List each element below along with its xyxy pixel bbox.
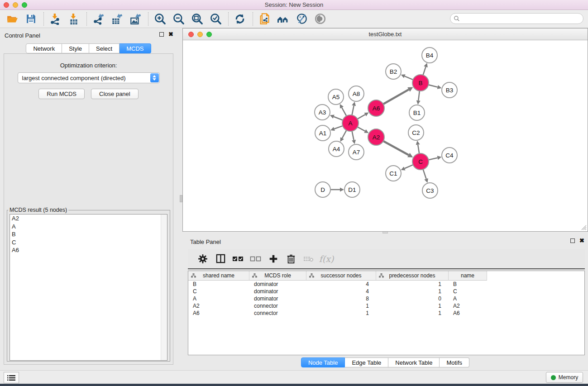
table-float-panel-icon[interactable] bbox=[570, 238, 575, 243]
result-list-item[interactable]: C bbox=[10, 238, 167, 247]
edge-A6-B[interactable] bbox=[383, 90, 409, 104]
close-panel-icon[interactable]: ✖ bbox=[168, 32, 173, 37]
graph-node-B2[interactable]: B2 bbox=[386, 64, 401, 79]
result-list-item[interactable]: A2 bbox=[10, 214, 167, 223]
add-column-button[interactable] bbox=[267, 253, 280, 265]
zoom-in-button[interactable] bbox=[153, 12, 167, 26]
graph-node-A[interactable]: A bbox=[342, 115, 359, 131]
result-list-item[interactable]: A bbox=[10, 223, 167, 231]
edge-C-C3[interactable] bbox=[423, 169, 426, 179]
column-header-successor-nodes[interactable]: successor nodes bbox=[306, 271, 376, 281]
edge-A-A3[interactable] bbox=[334, 117, 343, 120]
graph-node-A1[interactable]: A1 bbox=[315, 125, 330, 141]
edge-B-B1[interactable] bbox=[418, 91, 420, 100]
column-header-name[interactable]: name bbox=[449, 271, 487, 281]
edge-A-A6[interactable] bbox=[358, 114, 365, 119]
graph-node-A8[interactable]: A8 bbox=[349, 86, 364, 101]
delete-column-button[interactable] bbox=[284, 253, 298, 265]
column-header-predecessor-nodes[interactable]: predecessor nodes bbox=[376, 271, 449, 281]
edge-B-B2[interactable] bbox=[405, 76, 413, 80]
graph-node-A3[interactable]: A3 bbox=[315, 105, 330, 120]
network-window-titlebar[interactable]: testGlobe.txt bbox=[183, 29, 588, 40]
edge-C-C4[interactable] bbox=[429, 158, 438, 160]
edge-A-A5[interactable] bbox=[342, 108, 346, 116]
new-network-from-selection-button[interactable] bbox=[258, 12, 271, 26]
graph-node-C4[interactable]: C4 bbox=[442, 148, 457, 163]
result-list-scrollbar[interactable] bbox=[161, 214, 167, 360]
network-overview-button[interactable] bbox=[276, 12, 290, 26]
graph-node-C[interactable]: C bbox=[412, 153, 429, 170]
edge-A-A1[interactable] bbox=[334, 126, 343, 129]
run-mcds-button[interactable]: Run MCDS bbox=[38, 89, 85, 99]
edge-A2-C[interactable] bbox=[383, 141, 409, 155]
table-options-button[interactable] bbox=[196, 253, 210, 265]
export-image-button[interactable] bbox=[129, 12, 142, 26]
graph-node-A5[interactable]: A5 bbox=[328, 89, 344, 105]
export-table-button[interactable] bbox=[110, 12, 124, 26]
edge-C-C2[interactable] bbox=[418, 145, 419, 154]
table-row[interactable]: Bdominator41B bbox=[188, 281, 584, 288]
unselect-all-columns-button[interactable] bbox=[249, 253, 263, 265]
search-input[interactable] bbox=[460, 15, 583, 22]
toolbar-search[interactable] bbox=[450, 13, 583, 24]
open-file-button[interactable] bbox=[5, 12, 19, 26]
table-row[interactable]: Adominator80A bbox=[188, 295, 584, 302]
graph-node-A4[interactable]: A4 bbox=[329, 141, 344, 157]
edge-A-A4[interactable] bbox=[342, 130, 347, 138]
table-close-panel-icon[interactable]: ✖ bbox=[579, 238, 584, 243]
edge-B-B3[interactable] bbox=[428, 85, 437, 87]
graph-node-A6[interactable]: A6 bbox=[368, 100, 384, 116]
task-history-button[interactable] bbox=[4, 372, 19, 383]
network-graph[interactable]: AA1A2A3A4A5A6A7A8BB1B2B3B4CC1C2C3C4DD1 bbox=[183, 41, 588, 232]
edge-B-B4[interactable] bbox=[423, 67, 426, 75]
graph-node-B[interactable]: B bbox=[412, 75, 429, 91]
tab-select[interactable]: Select bbox=[89, 43, 120, 53]
apply-layout-button[interactable] bbox=[233, 12, 247, 26]
show-column-button[interactable] bbox=[214, 253, 227, 265]
edge-A-A7[interactable] bbox=[352, 131, 354, 140]
import-table-button[interactable] bbox=[67, 12, 81, 26]
export-network-button[interactable] bbox=[91, 12, 105, 26]
tab-network-table[interactable]: Network Table bbox=[388, 357, 440, 367]
table-row[interactable]: A6connector11A6 bbox=[188, 310, 584, 317]
graph-node-C2[interactable]: C2 bbox=[408, 125, 424, 140]
import-network-button[interactable] bbox=[48, 12, 62, 26]
graph-node-C3[interactable]: C3 bbox=[422, 183, 438, 198]
graph-node-B3[interactable]: B3 bbox=[442, 82, 457, 98]
graph-node-B4[interactable]: B4 bbox=[422, 48, 437, 63]
edge-A-A8[interactable] bbox=[352, 105, 354, 115]
select-all-columns-button[interactable] bbox=[231, 253, 245, 265]
graph-node-A2[interactable]: A2 bbox=[368, 129, 384, 145]
graph-node-B1[interactable]: B1 bbox=[409, 105, 425, 120]
memory-button[interactable]: Memory bbox=[546, 372, 583, 383]
result-list-item[interactable]: B bbox=[10, 230, 167, 238]
graph-node-D[interactable]: D bbox=[315, 182, 330, 197]
toggle-details-button[interactable] bbox=[313, 12, 327, 26]
edge-A-A2[interactable] bbox=[358, 127, 365, 131]
column-header-shared-name[interactable]: shared name bbox=[188, 271, 249, 281]
table-row[interactable]: A2connector11A2 bbox=[188, 302, 584, 310]
table-row[interactable]: Cdominator41C bbox=[188, 288, 584, 295]
delete-table-button-disabled[interactable] bbox=[302, 253, 316, 265]
zoom-fit-button[interactable] bbox=[190, 12, 204, 26]
tab-edge-table[interactable]: Edge Table bbox=[345, 357, 388, 367]
close-panel-button[interactable]: Close panel bbox=[91, 89, 139, 99]
tab-style[interactable]: Style bbox=[62, 43, 89, 53]
tab-network[interactable]: Network bbox=[26, 43, 62, 53]
save-session-button[interactable] bbox=[24, 12, 38, 26]
column-header-MCDS-role[interactable]: MCDS role bbox=[249, 271, 306, 281]
resize-grip-icon[interactable] bbox=[580, 224, 587, 230]
graphics-details-button[interactable] bbox=[295, 12, 308, 26]
graph-node-C1[interactable]: C1 bbox=[386, 166, 401, 181]
function-builder-button-disabled[interactable]: f(x) bbox=[320, 253, 333, 265]
result-list-item[interactable]: A6 bbox=[10, 246, 167, 254]
graph-node-D1[interactable]: D1 bbox=[344, 182, 360, 197]
mcds-result-list[interactable]: A2ABCA6 bbox=[10, 214, 167, 361]
zoom-out-button[interactable] bbox=[172, 12, 185, 26]
tab-mcds[interactable]: MCDS bbox=[120, 43, 151, 53]
tab-node-table[interactable]: Node Table bbox=[301, 357, 345, 367]
graph-node-A7[interactable]: A7 bbox=[349, 144, 364, 160]
float-panel-icon[interactable] bbox=[159, 32, 164, 37]
optimization-criterion-select[interactable]: largest connected component (directed) bbox=[18, 72, 160, 83]
tab-motifs[interactable]: Motifs bbox=[440, 357, 469, 367]
